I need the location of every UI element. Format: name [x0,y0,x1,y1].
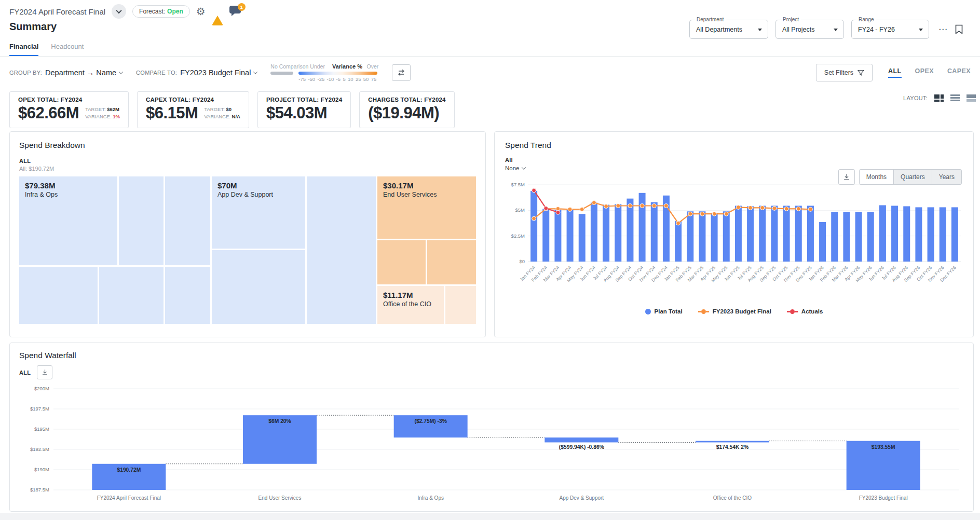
trend-bar[interactable] [530,191,537,262]
trend-bar[interactable] [687,211,693,262]
warning-icon[interactable]: ! [212,7,223,17]
gear-icon[interactable]: ⚙ [196,6,206,17]
waterfall-bar[interactable] [696,441,769,443]
svg-text:$5M: $5M [515,207,525,213]
top-bar: FY2024 April Forecast Final Forecast: Op… [9,3,243,20]
kpi-value: $6.15M [146,104,198,122]
treemap-cell[interactable] [427,240,476,284]
no-comparison-swatch [270,72,293,75]
spend-trend-card: Spend Trend All None MonthsQuartersYears… [494,131,974,337]
chevron-down-icon [253,70,257,74]
trend-bar[interactable] [735,206,742,262]
trend-bar[interactable] [711,213,718,262]
spend-waterfall-chart[interactable]: $200M$197.5M$195M$192.5M$190M$187.5M$190… [19,381,964,509]
trend-bar[interactable] [807,206,814,262]
trend-bar[interactable] [579,214,586,262]
trend-bar[interactable] [819,222,826,262]
trend-bar[interactable] [783,206,790,262]
scope-tab-opex[interactable]: OPEX [915,67,934,78]
trend-bar[interactable] [723,211,730,262]
treemap-cell[interactable]: $70MApp Dev & Support [212,176,305,249]
trend-bar[interactable] [603,204,609,262]
trend-bar[interactable] [903,206,910,262]
trend-bar[interactable] [831,212,838,262]
comments-icon[interactable]: 1 [229,5,243,18]
layout-chart-rows-icon[interactable] [967,94,976,102]
waterfall-bar[interactable] [545,437,618,442]
treemap-cell[interactable]: $30.17MEnd User Services [377,176,476,239]
treemap-cell[interactable] [19,267,98,324]
set-filters-label: Set Filters [824,69,853,76]
trend-download-button[interactable] [838,169,855,185]
forecast-status-chip[interactable]: Forecast: Open [132,5,190,18]
trend-bar[interactable] [567,210,574,262]
department-select[interactable]: Department All Departments [689,20,768,39]
variance-title: Variance % [328,63,366,70]
treemap-cell[interactable] [445,286,476,324]
kpi-project-total: PROJECT TOTAL: FY2024 $54.03M [257,91,351,128]
trend-bar[interactable] [891,206,898,262]
legend-item[interactable]: Actuals [787,308,823,314]
legend-item[interactable]: Plan Total [645,308,683,314]
spend-breakdown-treemap: $79.38MInfra & Ops$70MApp Dev & Support$… [19,176,476,324]
compare-to-dropdown[interactable]: COMPARE TO: FY2023 Budget Final [136,69,257,77]
caret-down-icon [919,29,923,31]
group-by-dropdown[interactable]: GROUP BY: Department → Name [9,69,122,77]
trend-bar[interactable] [879,205,886,262]
svg-text:$190M: $190M [34,467,49,472]
variance-tick: -50 [308,76,315,82]
project-select[interactable]: Project All Projects [775,20,844,39]
trend-bar[interactable] [699,211,705,262]
layout-rows-icon[interactable] [950,94,960,102]
scope-tab-capex[interactable]: CAPEX [947,67,971,78]
trend-bar[interactable] [542,209,549,262]
trend-bar[interactable] [591,203,597,262]
trend-bar[interactable] [747,206,754,262]
legend-item[interactable]: FY2023 Budget Final [698,308,771,314]
layout-grid-icon[interactable] [934,94,944,102]
treemap-cell[interactable] [212,250,305,324]
trend-bar[interactable] [915,207,922,262]
trend-bar[interactable] [855,212,862,262]
trend-bar[interactable] [928,207,934,262]
treemap-cell[interactable] [165,267,210,324]
trend-bar[interactable] [771,206,778,262]
treemap-cell[interactable]: $79.38MInfra & Ops [19,176,117,265]
svg-text:End User Services: End User Services [258,495,302,501]
group-by-value: Department → Name [45,69,116,77]
trend-bar[interactable] [867,212,874,262]
swap-comparison-button[interactable] [392,64,411,81]
trend-bar[interactable] [951,207,958,262]
trend-bar[interactable] [554,210,561,262]
range-select[interactable]: Range FY24 - FY26 [851,20,929,39]
treemap-cell[interactable]: $11.17MOffice of the CIO [377,286,444,324]
set-filters-button[interactable]: Set Filters [816,64,873,81]
trend-bar[interactable] [675,221,682,262]
interval-years-button[interactable]: Years [932,170,961,184]
trend-bar[interactable] [940,207,946,262]
treemap-cell[interactable] [119,176,164,265]
trend-bar[interactable] [843,212,850,262]
trend-bar[interactable] [639,193,646,262]
variance-tick: 25 [356,76,361,82]
trend-bar[interactable] [795,206,802,262]
trend-bar[interactable] [615,204,621,262]
more-options-icon[interactable]: ⋯ [938,24,948,35]
waterfall-download-button[interactable] [37,365,52,379]
trend-bar[interactable] [759,206,766,262]
layout-switcher: LAYOUT: [903,94,980,102]
treemap-cell[interactable] [377,240,426,284]
treemap-cell[interactable] [99,267,164,324]
tab-headcount[interactable]: Headcount [51,43,84,57]
scope-tab-all[interactable]: ALL [888,67,902,78]
treemap-cell[interactable] [307,176,376,324]
interval-quarters-button[interactable]: Quarters [893,170,932,184]
treemap-cell[interactable] [165,176,210,265]
tab-financial[interactable]: Financial [9,43,38,57]
spend-trend-chart[interactable]: $0$2.5M$5M$7.5MJan FY24Feb FY24Mar FY24A… [505,177,963,304]
bookmark-icon[interactable] [955,24,963,34]
interval-months-button[interactable]: Months [860,170,893,184]
trend-bar[interactable] [651,202,658,262]
treemap-cell-value: $30.17M [377,176,476,190]
plan-dropdown-button[interactable] [112,4,126,19]
